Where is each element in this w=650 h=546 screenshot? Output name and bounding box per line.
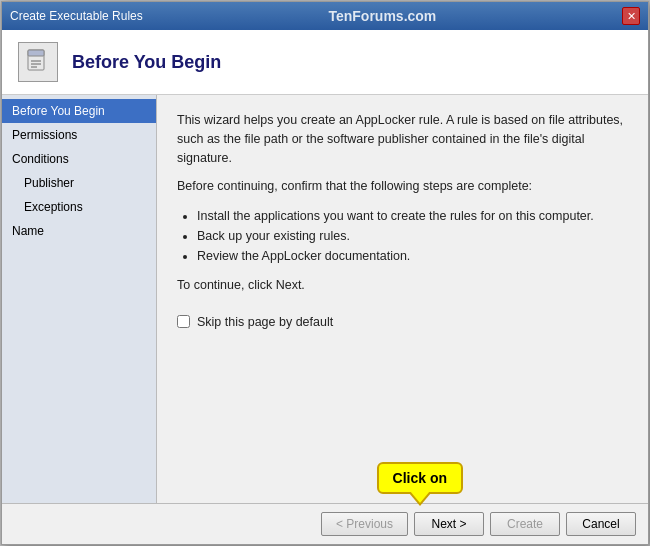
content-area: Before You Begin Permissions Conditions … xyxy=(2,95,648,503)
cancel-button[interactable]: Cancel xyxy=(566,512,636,536)
callout-bubble: Click on xyxy=(377,462,463,494)
main-content: This wizard helps you create an AppLocke… xyxy=(157,95,648,503)
main-window: Create Executable Rules TenForums.com ✕ … xyxy=(1,1,649,545)
intro-paragraph: This wizard helps you create an AppLocke… xyxy=(177,111,628,167)
sidebar: Before You Begin Permissions Conditions … xyxy=(2,95,157,503)
page-header: Before You Begin xyxy=(2,30,648,95)
titlebar-center: TenForums.com xyxy=(143,8,622,24)
skip-checkbox-row: Skip this page by default xyxy=(177,315,628,329)
titlebar: Create Executable Rules TenForums.com ✕ xyxy=(2,2,648,30)
sidebar-item-publisher[interactable]: Publisher xyxy=(2,171,156,195)
confirm-paragraph: Before continuing, confirm that the foll… xyxy=(177,177,628,196)
steps-list: Install the applications you want to cre… xyxy=(197,206,628,266)
previous-button[interactable]: < Previous xyxy=(321,512,408,536)
callout-container: Click on xyxy=(377,462,463,494)
skip-checkbox-label[interactable]: Skip this page by default xyxy=(197,315,333,329)
svg-rect-1 xyxy=(28,50,44,56)
header-icon xyxy=(18,42,58,82)
sidebar-item-permissions[interactable]: Permissions xyxy=(2,123,156,147)
step-3: Review the AppLocker documentation. xyxy=(197,246,628,266)
sidebar-item-conditions[interactable]: Conditions xyxy=(2,147,156,171)
sidebar-item-name[interactable]: Name xyxy=(2,219,156,243)
footer: Click on < Previous Next > Create Cancel xyxy=(2,503,648,544)
next-button[interactable]: Next > xyxy=(414,512,484,536)
sidebar-item-exceptions[interactable]: Exceptions xyxy=(2,195,156,219)
skip-checkbox[interactable] xyxy=(177,315,190,328)
watermark: TenForums.com xyxy=(328,8,436,24)
page-title: Before You Begin xyxy=(72,52,221,73)
create-button[interactable]: Create xyxy=(490,512,560,536)
step-1: Install the applications you want to cre… xyxy=(197,206,628,226)
window-title: Create Executable Rules xyxy=(10,9,143,23)
continue-paragraph: To continue, click Next. xyxy=(177,276,628,295)
step-2: Back up your existing rules. xyxy=(197,226,628,246)
sidebar-item-before-you-begin[interactable]: Before You Begin xyxy=(2,99,156,123)
document-icon xyxy=(24,48,52,76)
close-button[interactable]: ✕ xyxy=(622,7,640,25)
